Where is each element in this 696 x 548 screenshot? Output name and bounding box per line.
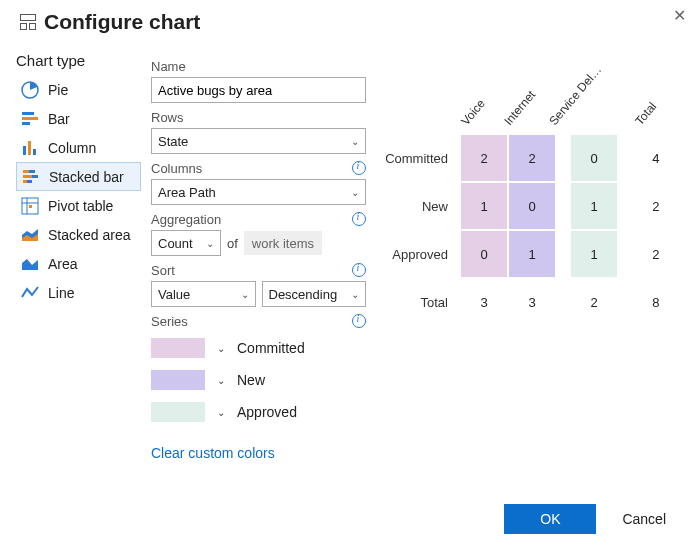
chart-type-area[interactable]: Area: [16, 249, 141, 278]
chart-type-label: Area: [48, 256, 78, 272]
series-name: Approved: [237, 404, 297, 420]
chevron-down-icon: ⌄: [351, 187, 359, 198]
area-icon: [20, 254, 40, 274]
cell-total: 2: [633, 183, 679, 229]
chevron-down-icon[interactable]: ⌄: [217, 343, 225, 354]
chart-type-label: Pivot table: [48, 198, 113, 214]
table-row-total: Total 3 3 2 8: [376, 278, 680, 326]
chart-type-label: Bar: [48, 111, 70, 127]
svg-rect-2: [22, 117, 38, 120]
rows-value: State: [158, 134, 188, 149]
series-swatch[interactable]: [151, 402, 205, 422]
rows-label: Rows: [151, 110, 184, 125]
chart-type-bar[interactable]: Bar: [16, 104, 141, 133]
cell: 1: [509, 231, 555, 277]
cell: 0: [571, 135, 617, 181]
stacked-bar-icon: [21, 167, 41, 187]
col-header: Service Del…: [556, 74, 632, 134]
chart-type-column[interactable]: Column: [16, 133, 141, 162]
cell: 2: [509, 135, 555, 181]
svg-rect-12: [27, 180, 32, 183]
bar-icon: [20, 109, 40, 129]
columns-value: Area Path: [158, 185, 216, 200]
cell-total: 4: [633, 135, 679, 181]
cell: 1: [571, 231, 617, 277]
cell: 1: [461, 183, 507, 229]
series-row: ⌄ Approved: [151, 399, 366, 425]
column-icon: [20, 138, 40, 158]
series-row: ⌄ New: [151, 367, 366, 393]
chart-type-label: Line: [48, 285, 74, 301]
chart-type-stacked-area[interactable]: Stacked area: [16, 220, 141, 249]
svg-rect-6: [33, 149, 36, 155]
sort-info-icon[interactable]: [352, 263, 366, 277]
sort-by-value: Value: [158, 287, 190, 302]
chevron-down-icon[interactable]: ⌄: [217, 407, 225, 418]
name-input[interactable]: [151, 77, 366, 103]
svg-rect-10: [32, 175, 38, 178]
series-name: New: [237, 372, 265, 388]
series-swatch[interactable]: [151, 370, 205, 390]
series-name: Committed: [237, 340, 305, 356]
aggregation-label: Aggregation: [151, 212, 221, 227]
row-header: Total: [376, 278, 460, 326]
svg-rect-3: [22, 122, 30, 125]
table-row: Committed 2 2 0 4: [376, 134, 680, 182]
row-header: Approved: [376, 230, 460, 278]
series-info-icon[interactable]: [352, 314, 366, 328]
sort-direction-value: Descending: [269, 287, 338, 302]
col-header: Voice: [460, 74, 508, 134]
cancel-button[interactable]: Cancel: [616, 510, 672, 528]
chart-grid-icon: [20, 14, 36, 30]
table-row: Approved 0 1 1 2: [376, 230, 680, 278]
series-label: Series: [151, 314, 188, 329]
cell-grand-total: 8: [633, 279, 679, 325]
cell: 1: [571, 183, 617, 229]
work-items-label: work items: [244, 231, 322, 255]
svg-rect-5: [28, 141, 31, 155]
cell-total: 2: [633, 231, 679, 277]
chevron-down-icon: ⌄: [241, 289, 249, 300]
svg-rect-11: [23, 180, 27, 183]
sort-by-select[interactable]: Value ⌄: [151, 281, 256, 307]
line-icon: [20, 283, 40, 303]
aggregation-info-icon[interactable]: [352, 212, 366, 226]
close-icon[interactable]: ✕: [673, 6, 686, 25]
ok-button[interactable]: OK: [504, 504, 596, 534]
name-label: Name: [151, 59, 186, 74]
svg-rect-7: [23, 170, 29, 173]
columns-select[interactable]: Area Path ⌄: [151, 179, 366, 205]
chart-type-pivot-table[interactable]: Pivot table: [16, 191, 141, 220]
cell: 0: [509, 183, 555, 229]
chevron-down-icon: ⌄: [206, 238, 214, 249]
chevron-down-icon[interactable]: ⌄: [217, 375, 225, 386]
sort-label: Sort: [151, 263, 175, 278]
col-header: Internet: [508, 74, 556, 134]
chevron-down-icon: ⌄: [351, 289, 359, 300]
of-label: of: [227, 236, 238, 251]
clear-custom-colors-link[interactable]: Clear custom colors: [151, 445, 275, 461]
svg-rect-8: [29, 170, 35, 173]
columns-info-icon[interactable]: [352, 161, 366, 175]
preview-table: Voice Internet Service Del… Total Commit…: [376, 74, 680, 326]
cell-total: 2: [571, 279, 617, 325]
chart-type-heading: Chart type: [16, 52, 141, 69]
series-swatch[interactable]: [151, 338, 205, 358]
chart-type-line[interactable]: Line: [16, 278, 141, 307]
columns-label: Columns: [151, 161, 202, 176]
aggregation-value: Count: [158, 236, 193, 251]
chart-type-label: Stacked bar: [49, 169, 124, 185]
svg-rect-4: [23, 146, 26, 155]
chart-type-pie[interactable]: Pie: [16, 75, 141, 104]
series-row: ⌄ Committed: [151, 335, 366, 361]
chart-type-stacked-bar[interactable]: Stacked bar: [16, 162, 141, 191]
svg-rect-16: [29, 205, 32, 208]
row-header: Committed: [376, 134, 460, 182]
row-header: New: [376, 182, 460, 230]
sort-direction-select[interactable]: Descending ⌄: [262, 281, 367, 307]
rows-select[interactable]: State ⌄: [151, 128, 366, 154]
pivot-table-icon: [20, 196, 40, 216]
chart-type-label: Stacked area: [48, 227, 131, 243]
aggregation-select[interactable]: Count ⌄: [151, 230, 221, 256]
dialog-title: Configure chart: [44, 10, 200, 34]
